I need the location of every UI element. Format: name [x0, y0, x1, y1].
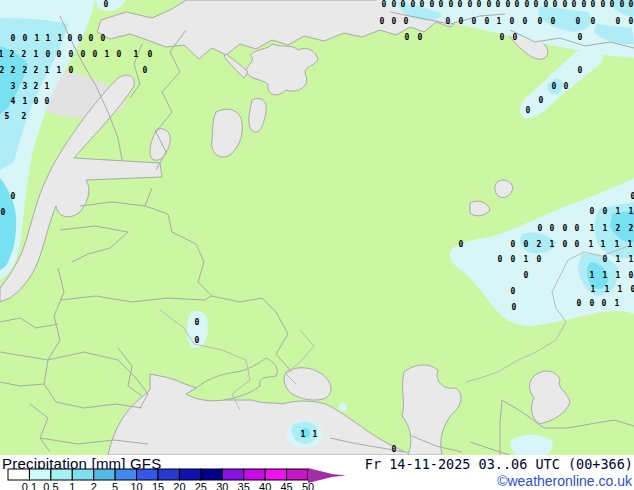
precip-value: 0: [550, 224, 555, 233]
precip-value: 0: [525, 0, 530, 9]
precip-value: 0: [563, 240, 568, 249]
legend-label: 15: [152, 481, 164, 490]
precip-value: 1: [629, 255, 634, 264]
precip-value: 0: [578, 33, 583, 42]
precip-value: 0: [45, 97, 50, 106]
precip-value: 0: [117, 50, 122, 59]
legend-cell: [287, 469, 308, 480]
precip-value: 0: [603, 255, 608, 264]
precip-value: 0: [602, 299, 607, 308]
precip-value: 0: [1, 208, 6, 217]
precip-value: 0: [551, 17, 556, 26]
legend-cell: [29, 469, 50, 480]
precip-value: 0: [459, 17, 464, 26]
precip-value: 0: [575, 240, 580, 249]
precip-value: 2: [34, 82, 39, 91]
precip-value: 0: [620, 0, 625, 9]
precip-value: 0: [631, 285, 634, 294]
legend-label: 1: [69, 481, 75, 490]
legend-cell: [179, 469, 200, 480]
precip-value: 1: [618, 285, 623, 294]
precip-value: 1: [616, 255, 621, 264]
precip-value: 0: [459, 240, 464, 249]
precip-value: 0: [34, 97, 39, 106]
precip-value: 1: [23, 97, 28, 106]
precip-value: 0: [405, 33, 410, 42]
precip-pale-bottom: [511, 435, 553, 455]
legend-label: 30: [216, 481, 228, 490]
precip-value: 0: [538, 17, 543, 26]
legend-cell: [265, 469, 286, 480]
legend-label: 2: [91, 481, 97, 490]
precip-value: 0: [89, 34, 94, 43]
legend-cell: [115, 469, 136, 480]
precip-value: 1: [45, 66, 50, 75]
legend-cell: [244, 469, 265, 480]
precip-value: 0: [564, 82, 569, 91]
legend-labels: 0.10.5125101520253035404550: [22, 481, 314, 490]
legend-label: 0.5: [43, 481, 58, 490]
precip-value: 2: [616, 224, 621, 233]
precip-value: 0: [523, 17, 528, 26]
precip-value: 2: [629, 224, 634, 233]
precip-value: 0: [563, 0, 568, 9]
legend-label: 45: [280, 481, 292, 490]
precip-value: 0: [515, 0, 520, 9]
precip-value: 0: [382, 0, 387, 9]
precip-value: 0: [439, 0, 444, 9]
color-scale-legend: 0.10.5125101520253035404550: [0, 468, 360, 490]
forecast-datetime: Fr 14-11-2025 03..06 UTC (00+366): [365, 456, 633, 472]
precip-value: 0: [104, 0, 109, 9]
precip-value: 0: [578, 66, 583, 75]
precip-value: 1: [105, 50, 110, 59]
precip-value: 0: [68, 34, 73, 43]
precip-value: 1: [0, 50, 4, 59]
precip-value: 0: [143, 66, 148, 75]
precip-value: 0: [544, 0, 549, 9]
precip-value: 0: [458, 0, 463, 9]
precip-value: 1: [313, 430, 318, 439]
copyright-text: ©weatheronline.co.uk: [497, 473, 632, 489]
weather-map-screenshot: 0001110000122100000101022221100332141005…: [0, 0, 634, 490]
precip-value: 0: [582, 0, 587, 9]
precip-value: 0: [603, 207, 608, 216]
legend-label: 20: [173, 481, 185, 490]
precip-value: 0: [631, 192, 634, 201]
precip-value: 1: [301, 430, 306, 439]
legend-label: 25: [195, 481, 207, 490]
precip-value: 0: [78, 34, 83, 43]
legend-label: 50: [302, 481, 314, 490]
precip-value: 2: [23, 66, 28, 75]
legend-cell: [158, 469, 179, 480]
precip-value: 0: [468, 0, 473, 9]
precip-value: 0: [485, 17, 490, 26]
precip-value: 0: [69, 66, 74, 75]
legend-cell: [72, 469, 93, 480]
precip-value: 1: [603, 224, 608, 233]
precip-value: 0: [487, 0, 492, 9]
precip-value: 0: [101, 34, 106, 43]
precip-value: 0: [195, 318, 200, 327]
precip-value: 0: [477, 0, 482, 9]
precip-value: 0: [392, 0, 397, 9]
precip-value: 0: [496, 0, 501, 9]
precip-value: 0: [401, 0, 406, 9]
legend-label: 10: [130, 481, 142, 490]
precip-value: 1: [134, 50, 139, 59]
precip-value: 1: [46, 34, 51, 43]
legend-cell: [51, 469, 72, 480]
precip-value: 0: [512, 303, 517, 312]
legend-color-cells: [8, 469, 308, 480]
precip-value: 0: [526, 106, 531, 115]
precip-value: 0: [11, 192, 16, 201]
precip-value: 0: [538, 224, 543, 233]
precip-value: 0: [506, 0, 511, 9]
precip-value: 1: [591, 285, 596, 294]
precip-value: 1: [524, 255, 529, 264]
precip-value: 0: [591, 17, 596, 26]
precip-value: 0: [69, 50, 74, 59]
precip-value: 0: [572, 0, 577, 9]
precip-value: 0: [148, 50, 153, 59]
precip-value: 2: [537, 240, 542, 249]
precip-value: 5: [5, 112, 10, 121]
